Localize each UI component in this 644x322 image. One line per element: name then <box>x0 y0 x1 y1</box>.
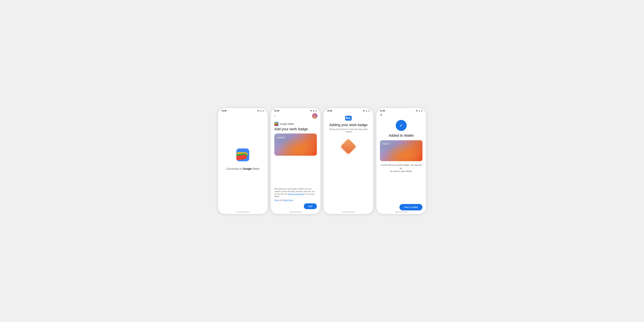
time-1: 12:30 <box>222 110 226 112</box>
time-4: 11:29 <box>380 110 385 112</box>
wifi-icon-1: ▾▾ <box>258 110 259 112</box>
time-3: 12:30 <box>327 110 332 112</box>
screen3-content: Adding your work badge Please don't leav… <box>324 112 373 212</box>
gwallet-brand-text: Google Wallet <box>280 123 294 125</box>
user-avatar[interactable] <box>312 113 318 119</box>
home-indicator-3 <box>342 212 355 212</box>
phone-screen-3: 12:30 ▾▾ ▲ ▭ Adding your work badge Plea… <box>324 108 373 214</box>
status-icons-2: ▾▾ ▲ ▭ <box>310 110 317 112</box>
status-icons-3: ▾▾ ▲ ▭ <box>363 110 370 112</box>
badge-card-4: Initech <box>380 140 422 161</box>
home-indicator-4 <box>395 212 408 212</box>
screen2-footer: After adding your work badge to Wallet, … <box>274 188 317 210</box>
signal-icon-4: ▲ <box>418 110 420 112</box>
signal-icon-3: ▲ <box>366 110 368 112</box>
phone-screen-1: 12:30 ▾▾ ▲ ▭ Connecting to Google Wallet <box>218 108 268 214</box>
gwallet-logo-small <box>274 122 278 126</box>
checkmark-icon: ✓ <box>400 123 403 128</box>
back-button[interactable]: ← <box>274 114 276 118</box>
avatar-figure <box>313 115 316 119</box>
footer-info: After adding your work badge to Wallet, … <box>274 188 317 198</box>
terms-link[interactable]: Terms <box>274 199 279 201</box>
screen2-content: Google Wallet Add your work badge Initec… <box>271 120 320 212</box>
wifi-icon-4: ▾▾ <box>416 110 418 112</box>
badge-card-name-2: Initech <box>277 136 286 140</box>
close-button[interactable]: ✕ <box>380 113 382 117</box>
signal-icon-1: ▲ <box>260 110 262 112</box>
screen3-title: Adding your work badge <box>329 123 368 127</box>
status-icons-1: ▾▾ ▲ ▭ <box>258 110 264 112</box>
battery-icon-1: ▭ <box>262 110 264 112</box>
manage-passes-link[interactable]: Manage passes data <box>288 193 304 195</box>
status-icons-4: ▾▾ ▲ ▭ <box>416 110 422 112</box>
wifi-icon-3: ▾▾ <box>363 110 365 112</box>
phone-screen-2: 12:30 ▾▾ ▲ ▭ ← Google Wallet Add your wo… <box>271 108 320 214</box>
signal-icon-2: ▲ <box>313 110 314 112</box>
screen2-title: Add your work badge <box>274 127 317 131</box>
screen4-description: It works like your plastic badge. Just t… <box>380 164 422 201</box>
view-in-wallet-button[interactable]: View in Wallet <box>400 204 422 210</box>
phone-screen-4: 11:29 ▾▾ ▲ ▭ ✕ ✓ Added to Wallet Initech… <box>376 108 426 214</box>
screen2-nav: ← <box>271 112 320 120</box>
google-wallet-brand: Google Wallet <box>274 122 317 126</box>
footer-terms: Terms and Privacy Policy <box>274 199 317 201</box>
work-badge-icon <box>345 116 352 120</box>
status-bar-2: 12:30 ▾▾ ▲ ▭ <box>271 108 320 112</box>
badge-card-name-4: Initech <box>382 142 390 146</box>
screen3-subtitle: Please don't leave or close this app whi… <box>327 128 370 133</box>
status-bar-1: 12:30 ▾▾ ▲ ▭ <box>218 108 268 112</box>
success-circle: ✓ <box>396 120 407 131</box>
home-indicator-2 <box>289 212 302 212</box>
status-bar-4: 11:29 ▾▾ ▲ ▭ <box>376 108 426 112</box>
home-indicator-1 <box>236 212 249 212</box>
privacy-link[interactable]: Privacy Policy <box>283 199 293 201</box>
battery-icon-3: ▭ <box>368 110 370 112</box>
wallet-logo-icon <box>236 148 249 161</box>
wifi-icon-2: ▾▾ <box>310 110 312 112</box>
battery-icon-2: ▭ <box>315 110 317 112</box>
screen1-content: Connecting to Google Wallet <box>218 112 268 212</box>
screen4-content: ✕ ✓ Added to Wallet Initech It works lik… <box>376 112 426 212</box>
connecting-text: Connecting to Google Wallet <box>226 167 260 171</box>
sl-red <box>274 124 278 126</box>
loading-diamond <box>340 138 356 154</box>
badge-card-2: Initech <box>274 134 317 156</box>
battery-icon-4: ▭ <box>421 110 422 112</box>
time-2: 12:30 <box>274 110 279 112</box>
screen2-body: Google Wallet Add your work badge Initec… <box>271 120 320 212</box>
status-bar-3: 12:30 ▾▾ ▲ ▭ <box>324 108 373 112</box>
screen2-middle <box>274 158 317 188</box>
screen4-title: Added to Wallet <box>389 134 414 138</box>
add-button[interactable]: Add <box>304 203 317 209</box>
